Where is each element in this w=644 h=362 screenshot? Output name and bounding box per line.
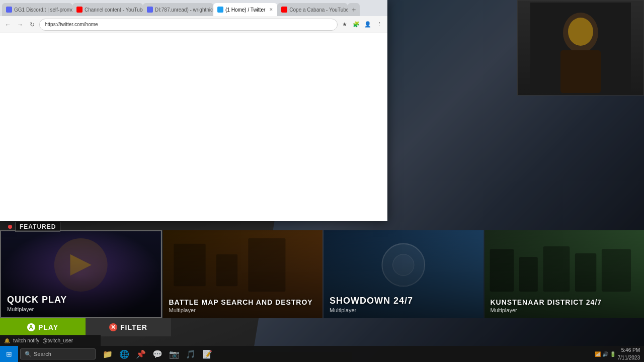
play-filter-bar: A PLAY ✕ FILTER <box>0 318 171 336</box>
svg-point-3 <box>568 18 593 46</box>
system-clock[interactable]: 5:46 PM 7/11/2023 <box>618 346 640 361</box>
browser-tab-new[interactable]: + <box>348 3 360 16</box>
tb-chat[interactable]: 💬 <box>149 346 166 362</box>
card-overlay-0: QUICK PLAY Multiplayer <box>1 231 161 317</box>
menu-icon[interactable]: ⋮ <box>374 20 384 30</box>
webcam-person <box>518 1 643 95</box>
tab-favicon-5 <box>281 7 287 13</box>
card-overlay-2: SHOWDOWN 24/7 Multiplayer <box>324 230 484 318</box>
card-subtitle-1: Multiplayer <box>169 307 317 313</box>
card-overlay-1: BATTLE MAP SEARCH AND DESTROY Multiplaye… <box>163 230 323 318</box>
browser-tab-3[interactable]: DI:787.unread) - wrightnicho... ✕ <box>143 3 213 16</box>
game-card-3[interactable]: KUNSTENAAR DISTRICT 24/7 Multiplayer <box>485 230 645 318</box>
wifi-icon[interactable]: 📶 <box>595 351 601 357</box>
tab-label-5: Cope a Cabana - YouTube <box>289 7 348 13</box>
reload-button[interactable]: ↻ <box>27 20 37 30</box>
game-card-0[interactable]: QUICK PLAY Multiplayer <box>0 230 162 318</box>
notification-icon: 🔔 <box>4 338 10 343</box>
tb-music[interactable]: 🎵 <box>183 346 199 362</box>
extensions-icon[interactable]: 🧩 <box>351 20 361 30</box>
taskbar-search[interactable]: 🔍 Search <box>20 348 96 359</box>
tab-label-2: Channel content - YouTube Stu... <box>85 7 143 13</box>
card-subtitle-3: Multiplayer <box>491 307 638 313</box>
tb-photos[interactable]: 📷 <box>166 346 182 362</box>
taskbar-icons: 📁 🌐 📌 💬 📷 🎵 📝 <box>98 346 217 362</box>
tab-favicon-2 <box>76 7 83 13</box>
featured-label-text: FEATURED <box>15 222 60 232</box>
taskbar-search-label: Search <box>34 351 51 357</box>
play-controller-icon: A <box>27 323 35 331</box>
webcam-svg <box>530 3 631 93</box>
featured-dot <box>8 225 12 229</box>
tab-close-4[interactable]: ✕ <box>269 7 273 12</box>
notification-user: @twitch_user <box>42 338 73 343</box>
card-overlay-3: KUNSTENAAR DISTRICT 24/7 Multiplayer <box>485 230 645 318</box>
clock-time: 5:46 PM <box>618 346 640 354</box>
forward-button[interactable]: → <box>15 20 25 30</box>
game-cards: QUICK PLAY Multiplayer BATTLE MAP SEARCH… <box>0 230 644 318</box>
tab-label-4: (1 Home) / Twitter <box>225 7 265 13</box>
card-subtitle-0: Multiplayer <box>7 306 155 312</box>
game-card-2[interactable]: SHOWDOWN 24/7 Multiplayer <box>324 230 484 318</box>
browser-tab-1[interactable]: GG1 Discord.t | self-promot... ✕ <box>2 3 72 16</box>
browser-toolbar: ← → ↻ https://twitter.com/home ★ 🧩 👤 ⋮ <box>0 16 387 33</box>
tb-notepad[interactable]: 📝 <box>199 346 215 362</box>
tab-label-1: GG1 Discord.t | self-promot... <box>14 7 72 13</box>
card-title-2: SHOWDOWN 24/7 <box>330 296 477 306</box>
tab-favicon-3 <box>147 7 153 13</box>
start-button[interactable]: ⊞ <box>0 346 18 362</box>
card-title-1: BATTLE MAP SEARCH AND DESTROY <box>169 299 317 306</box>
battery-icon[interactable]: 🔋 <box>610 351 616 357</box>
tab-bar: GG1 Discord.t | self-promot... ✕ Channel… <box>0 0 387 16</box>
tb-file-explorer[interactable]: 📁 <box>100 346 116 362</box>
browser-tab-5[interactable]: Cope a Cabana - YouTube ✕ <box>277 3 348 16</box>
filter-label: FILTER <box>120 323 147 331</box>
filter-x-icon: ✕ <box>109 323 117 331</box>
tb-pin[interactable]: 📌 <box>133 346 149 362</box>
tab-favicon-1 <box>6 7 12 13</box>
tb-edge[interactable]: 🌐 <box>116 346 132 362</box>
play-button[interactable]: A PLAY <box>0 318 86 336</box>
card-subtitle-2: Multiplayer <box>330 307 477 313</box>
notification-text: twitch notify <box>13 338 39 343</box>
card-title-3: KUNSTENAAR DISTRICT 24/7 <box>491 299 638 306</box>
tab-label-3: DI:787.unread) - wrightnicho... <box>155 7 213 13</box>
system-tray: 📶 🔊 🔋 <box>595 351 616 357</box>
back-button[interactable]: ← <box>3 20 13 30</box>
taskbar-right: 📶 🔊 🔋 5:46 PM 7/11/2023 <box>591 346 645 361</box>
clock-date: 7/11/2023 <box>618 354 640 361</box>
filter-button[interactable]: ✕ FILTER <box>86 318 171 336</box>
tab-favicon-4 <box>217 7 223 13</box>
browser-tab-4[interactable]: (1 Home) / Twitter ✕ <box>213 3 277 16</box>
browser-window: GG1 Discord.t | self-promot... ✕ Channel… <box>0 0 387 221</box>
svg-rect-2 <box>560 50 601 93</box>
card-title-0: QUICK PLAY <box>7 295 155 305</box>
bookmark-icon[interactable]: ★ <box>340 20 350 30</box>
game-card-1[interactable]: BATTLE MAP SEARCH AND DESTROY Multiplaye… <box>163 230 323 318</box>
play-label: PLAY <box>38 323 58 331</box>
taskbar-search-icon: 🔍 <box>25 351 32 357</box>
profile-icon[interactable]: 👤 <box>363 20 373 30</box>
url-text: https://twitter.com/home <box>45 22 98 27</box>
webcam-overlay <box>517 0 644 96</box>
toolbar-icons: ★ 🧩 👤 ⋮ <box>340 20 384 30</box>
notification-area: 🔔 twitch notify @twitch_user <box>0 335 101 346</box>
url-bar[interactable]: https://twitter.com/home <box>39 19 338 31</box>
volume-icon[interactable]: 🔊 <box>602 351 608 357</box>
taskbar: ⊞ 🔍 Search 📁 🌐 📌 💬 📷 🎵 📝 📶 🔊 🔋 5:46 PM 7… <box>0 346 644 362</box>
browser-tab-2[interactable]: Channel content - YouTube Stu... ✕ <box>72 3 143 16</box>
